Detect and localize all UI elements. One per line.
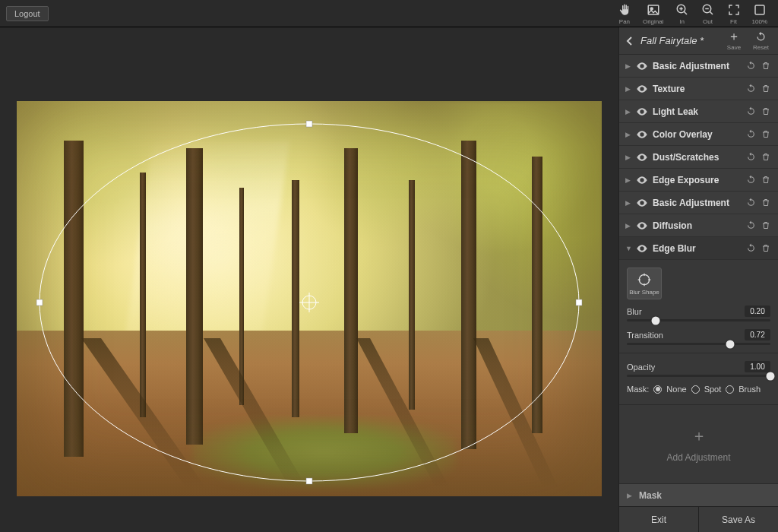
adjustment-row[interactable]: ▶Diffusion	[619, 214, 778, 237]
zoom-in-tool[interactable]: In	[670, 1, 694, 27]
mask-section[interactable]: ▶ Mask	[619, 483, 778, 506]
zoom-fit-tool[interactable]: Fit	[722, 1, 746, 27]
svg-point-13	[641, 110, 644, 112]
blur-slider[interactable]: Blur 0.20	[627, 306, 770, 321]
adjustment-row[interactable]: ▶Texture	[619, 78, 778, 100]
reset-button[interactable]: Reset	[750, 31, 772, 51]
chevron-right-icon: ▶	[625, 176, 631, 184]
visibility-toggle[interactable]	[636, 242, 648, 255]
zoom-out-tool[interactable]: Out	[696, 1, 720, 27]
visibility-toggle[interactable]	[636, 128, 648, 141]
delete-adjustment-icon[interactable]	[761, 198, 772, 208]
delete-adjustment-icon[interactable]	[761, 152, 772, 163]
adjustment-row[interactable]: ▶Color Overlay	[619, 123, 778, 146]
visibility-toggle[interactable]	[636, 83, 648, 95]
delete-adjustment-icon[interactable]	[761, 129, 772, 140]
chevron-right-icon: ▶	[625, 85, 631, 93]
chevron-right-icon: ▶	[625, 62, 631, 70]
adjustments-list: ▶Basic Adjustment▶Texture▶Light Leak▶Col…	[619, 55, 778, 260]
svg-point-15	[641, 156, 644, 158]
zoom-out-icon	[701, 2, 716, 17]
chevron-right-icon: ▶	[625, 199, 631, 207]
adjustment-label: Color Overlay	[653, 129, 742, 140]
svg-point-11	[641, 65, 644, 67]
panel-header: Fall Fairytale * ＋ Save Reset	[619, 27, 778, 55]
edge-blur-controls: Blur Shape Blur 0.20 Transition 0.72	[619, 260, 778, 405]
save-as-button[interactable]: Save As	[699, 507, 778, 532]
visibility-toggle[interactable]	[636, 220, 648, 232]
bottom-bar: Exit Save As	[619, 506, 778, 532]
visibility-toggle[interactable]	[636, 151, 648, 163]
hand-icon	[617, 2, 632, 17]
preset-title: Fall Fairytale *	[640, 35, 718, 46]
save-button[interactable]: ＋ Save	[724, 31, 744, 51]
image-canvas[interactable]	[17, 101, 602, 496]
add-adjustment-button[interactable]: ＋ Add Adjustment	[619, 405, 778, 483]
transition-value[interactable]: 0.72	[745, 329, 770, 340]
svg-point-18	[641, 224, 644, 226]
adjustment-label: Basic Adjustment	[653, 61, 742, 71]
adjustment-label: Light Leak	[653, 106, 742, 117]
chevron-down-icon: ▼	[625, 245, 631, 252]
reset-adjustment-icon[interactable]	[746, 152, 757, 163]
chevron-right-icon: ▶	[625, 154, 631, 161]
fit-icon	[726, 2, 742, 17]
zoom-in-icon	[675, 2, 690, 17]
adjustment-row[interactable]: ▶Basic Adjustment	[619, 192, 778, 214]
reset-adjustment-icon[interactable]	[746, 175, 757, 185]
transition-slider[interactable]: Transition 0.72	[627, 329, 770, 345]
svg-rect-4	[755, 5, 764, 14]
reset-adjustment-icon[interactable]	[746, 106, 757, 117]
reset-adjustment-icon[interactable]	[746, 243, 757, 254]
pan-tool[interactable]: Pan	[612, 1, 637, 27]
adjustment-label: Edge Blur	[653, 243, 742, 254]
mask-none-radio[interactable]	[653, 385, 662, 394]
zoom-100-tool[interactable]: 100%	[748, 1, 772, 27]
opacity-slider[interactable]: Opacity 1.00	[627, 361, 770, 377]
adjustment-row[interactable]: ▶Light Leak	[619, 100, 778, 123]
back-button[interactable]	[625, 36, 634, 46]
canvas-area[interactable]	[0, 27, 618, 532]
svg-point-14	[641, 133, 644, 135]
reset-adjustment-icon[interactable]	[746, 84, 757, 94]
visibility-toggle[interactable]	[636, 174, 648, 186]
blur-thumb[interactable]	[651, 316, 659, 325]
reset-adjustment-icon[interactable]	[746, 198, 757, 208]
delete-adjustment-icon[interactable]	[761, 220, 772, 231]
original-tool[interactable]: Original	[638, 1, 669, 27]
svg-point-16	[641, 179, 644, 181]
adjustment-label: Texture	[653, 84, 742, 94]
svg-point-1	[650, 8, 653, 10]
transition-thumb[interactable]	[726, 340, 735, 348]
reset-adjustment-icon[interactable]	[746, 220, 757, 231]
svg-point-12	[641, 87, 644, 90]
chevron-right-icon: ▶	[625, 131, 631, 138]
opacity-thumb[interactable]	[767, 372, 775, 380]
adjustment-label: Diffusion	[653, 220, 742, 231]
visibility-toggle[interactable]	[636, 106, 648, 118]
visibility-toggle[interactable]	[636, 60, 648, 72]
mask-brush-radio[interactable]	[726, 385, 734, 394]
delete-adjustment-icon[interactable]	[761, 106, 772, 117]
topbar: Logout Pan Original In	[0, 0, 778, 27]
logout-button[interactable]: Logout	[6, 6, 49, 21]
delete-adjustment-icon[interactable]	[761, 61, 772, 71]
reset-adjustment-icon[interactable]	[746, 61, 757, 71]
opacity-value[interactable]: 1.00	[745, 361, 770, 372]
delete-adjustment-icon[interactable]	[761, 243, 772, 254]
adjustment-row[interactable]: ▶Edge Exposure	[619, 169, 778, 192]
delete-adjustment-icon[interactable]	[761, 175, 772, 185]
exit-button[interactable]: Exit	[619, 507, 699, 532]
image-icon	[646, 2, 661, 17]
adjustment-row[interactable]: ▶Basic Adjustment	[619, 55, 778, 78]
adjustment-row[interactable]: ▶Dust/Scratches	[619, 146, 778, 169]
mask-spot-radio[interactable]	[691, 385, 700, 394]
adjustments-panel: Fall Fairytale * ＋ Save Reset ▶Basic Adj…	[618, 27, 778, 532]
visibility-toggle[interactable]	[636, 197, 648, 209]
adjustment-row[interactable]: ▼Edge Blur	[619, 237, 778, 260]
blur-shape-button[interactable]: Blur Shape	[627, 268, 662, 299]
blur-value[interactable]: 0.20	[745, 306, 770, 317]
reset-adjustment-icon[interactable]	[746, 129, 757, 140]
delete-adjustment-icon[interactable]	[761, 84, 772, 94]
chevron-right-icon: ▶	[627, 492, 633, 499]
